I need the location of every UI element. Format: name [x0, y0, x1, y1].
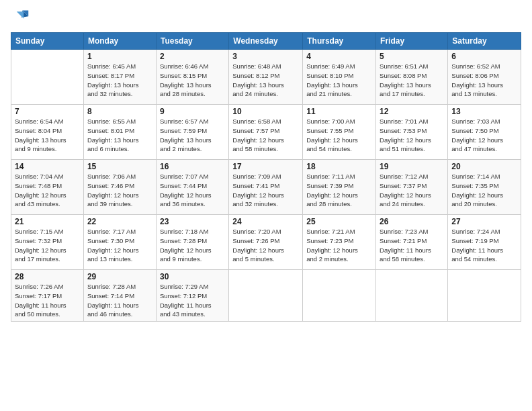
day-info: Sunrise: 7:06 AMSunset: 7:46 PMDaylight:… — [87, 172, 152, 209]
day-info: Sunrise: 7:29 AMSunset: 7:12 PMDaylight:… — [160, 282, 225, 319]
day-number: 15 — [87, 162, 152, 171]
day-number: 12 — [380, 107, 444, 116]
day-info: Sunrise: 7:14 AMSunset: 7:35 PMDaylight:… — [451, 172, 517, 209]
day-info: Sunrise: 7:24 AMSunset: 7:19 PMDaylight:… — [451, 227, 517, 264]
day-info: Sunrise: 6:58 AMSunset: 7:57 PMDaylight:… — [232, 117, 299, 154]
day-info: Sunrise: 7:09 AMSunset: 7:41 PMDaylight:… — [232, 172, 299, 209]
calendar-cell: 10Sunrise: 6:58 AMSunset: 7:57 PMDayligh… — [229, 105, 303, 160]
day-info: Sunrise: 6:51 AMSunset: 8:08 PMDaylight:… — [380, 62, 444, 99]
header — [11, 8, 521, 27]
calendar-cell: 22Sunrise: 7:17 AMSunset: 7:30 PMDayligh… — [83, 215, 156, 270]
day-number: 3 — [232, 52, 299, 61]
day-number: 10 — [232, 107, 299, 116]
day-number: 2 — [160, 52, 225, 61]
day-number: 19 — [380, 162, 444, 171]
day-info: Sunrise: 7:11 AMSunset: 7:39 PMDaylight:… — [306, 172, 372, 209]
day-number: 26 — [380, 217, 444, 226]
day-info: Sunrise: 7:01 AMSunset: 7:53 PMDaylight:… — [380, 117, 444, 154]
day-info: Sunrise: 6:48 AMSunset: 8:12 PMDaylight:… — [232, 62, 299, 99]
calendar-cell: 17Sunrise: 7:09 AMSunset: 7:41 PMDayligh… — [229, 160, 303, 215]
day-number: 14 — [15, 162, 80, 171]
day-number: 20 — [451, 162, 517, 171]
day-number: 28 — [15, 272, 80, 281]
calendar-cell: 27Sunrise: 7:24 AMSunset: 7:19 PMDayligh… — [448, 215, 521, 270]
calendar-cell — [11, 50, 84, 105]
day-info: Sunrise: 7:21 AMSunset: 7:23 PMDaylight:… — [306, 227, 372, 264]
day-info: Sunrise: 6:52 AMSunset: 8:06 PMDaylight:… — [451, 62, 517, 99]
calendar-cell: 30Sunrise: 7:29 AMSunset: 7:12 PMDayligh… — [156, 270, 228, 322]
day-number: 18 — [306, 162, 372, 171]
calendar-cell: 18Sunrise: 7:11 AMSunset: 7:39 PMDayligh… — [303, 160, 376, 215]
calendar-cell: 5Sunrise: 6:51 AMSunset: 8:08 PMDaylight… — [376, 50, 448, 105]
day-info: Sunrise: 7:28 AMSunset: 7:14 PMDaylight:… — [87, 282, 152, 319]
calendar-table: SundayMondayTuesdayWednesdayThursdayFrid… — [11, 32, 521, 322]
logo-icon — [11, 8, 30, 27]
svg-marker-3 — [17, 11, 24, 19]
day-number: 13 — [451, 107, 517, 116]
day-info: Sunrise: 6:46 AMSunset: 8:15 PMDaylight:… — [160, 62, 225, 99]
weekday-monday: Monday — [83, 33, 156, 50]
calendar-cell: 25Sunrise: 7:21 AMSunset: 7:23 PMDayligh… — [303, 215, 376, 270]
calendar-cell: 24Sunrise: 7:20 AMSunset: 7:26 PMDayligh… — [229, 215, 303, 270]
calendar-cell: 3Sunrise: 6:48 AMSunset: 8:12 PMDaylight… — [229, 50, 303, 105]
day-info: Sunrise: 6:45 AMSunset: 8:17 PMDaylight:… — [87, 62, 152, 99]
day-number: 22 — [87, 217, 152, 226]
day-info: Sunrise: 7:03 AMSunset: 7:50 PMDaylight:… — [451, 117, 517, 154]
calendar-cell: 2Sunrise: 6:46 AMSunset: 8:15 PMDaylight… — [156, 50, 228, 105]
calendar-cell: 28Sunrise: 7:26 AMSunset: 7:17 PMDayligh… — [11, 270, 84, 322]
weekday-sunday: Sunday — [11, 33, 84, 50]
day-number: 30 — [160, 272, 225, 281]
day-info: Sunrise: 6:49 AMSunset: 8:10 PMDaylight:… — [306, 62, 372, 99]
calendar-cell — [376, 270, 448, 322]
weekday-header-row: SundayMondayTuesdayWednesdayThursdayFrid… — [11, 33, 521, 50]
calendar-cell: 15Sunrise: 7:06 AMSunset: 7:46 PMDayligh… — [83, 160, 156, 215]
weekday-thursday: Thursday — [303, 33, 376, 50]
weekday-tuesday: Tuesday — [156, 33, 228, 50]
day-info: Sunrise: 7:17 AMSunset: 7:30 PMDaylight:… — [87, 227, 152, 264]
day-number: 17 — [232, 162, 299, 171]
calendar-cell: 13Sunrise: 7:03 AMSunset: 7:50 PMDayligh… — [448, 105, 521, 160]
day-info: Sunrise: 6:57 AMSunset: 7:59 PMDaylight:… — [160, 117, 225, 154]
logo — [11, 8, 32, 27]
calendar-cell — [303, 270, 376, 322]
day-info: Sunrise: 7:20 AMSunset: 7:26 PMDaylight:… — [232, 227, 299, 264]
day-info: Sunrise: 7:23 AMSunset: 7:21 PMDaylight:… — [380, 227, 444, 264]
day-number: 29 — [87, 272, 152, 281]
day-info: Sunrise: 6:55 AMSunset: 8:01 PMDaylight:… — [87, 117, 152, 154]
day-number: 9 — [160, 107, 225, 116]
day-info: Sunrise: 7:26 AMSunset: 7:17 PMDaylight:… — [15, 282, 80, 319]
calendar-cell: 26Sunrise: 7:23 AMSunset: 7:21 PMDayligh… — [376, 215, 448, 270]
weekday-saturday: Saturday — [448, 33, 521, 50]
day-number: 8 — [87, 107, 152, 116]
day-number: 24 — [232, 217, 299, 226]
calendar-cell: 19Sunrise: 7:12 AMSunset: 7:37 PMDayligh… — [376, 160, 448, 215]
calendar-cell: 14Sunrise: 7:04 AMSunset: 7:48 PMDayligh… — [11, 160, 84, 215]
day-info: Sunrise: 7:00 AMSunset: 7:55 PMDaylight:… — [306, 117, 372, 154]
day-info: Sunrise: 6:54 AMSunset: 8:04 PMDaylight:… — [15, 117, 80, 154]
day-info: Sunrise: 7:12 AMSunset: 7:37 PMDaylight:… — [380, 172, 444, 209]
calendar-cell: 4Sunrise: 6:49 AMSunset: 8:10 PMDaylight… — [303, 50, 376, 105]
day-number: 11 — [306, 107, 372, 116]
calendar-cell: 7Sunrise: 6:54 AMSunset: 8:04 PMDaylight… — [11, 105, 84, 160]
calendar-cell: 23Sunrise: 7:18 AMSunset: 7:28 PMDayligh… — [156, 215, 228, 270]
calendar-cell: 8Sunrise: 6:55 AMSunset: 8:01 PMDaylight… — [83, 105, 156, 160]
calendar-cell: 21Sunrise: 7:15 AMSunset: 7:32 PMDayligh… — [11, 215, 84, 270]
day-number: 21 — [15, 217, 80, 226]
page: SundayMondayTuesdayWednesdayThursdayFrid… — [0, 0, 532, 411]
day-info: Sunrise: 7:04 AMSunset: 7:48 PMDaylight:… — [15, 172, 80, 209]
day-info: Sunrise: 7:15 AMSunset: 7:32 PMDaylight:… — [15, 227, 80, 264]
day-number: 7 — [15, 107, 80, 116]
day-number: 5 — [380, 52, 444, 61]
calendar-cell: 29Sunrise: 7:28 AMSunset: 7:14 PMDayligh… — [83, 270, 156, 322]
calendar-cell — [229, 270, 303, 322]
calendar-cell: 6Sunrise: 6:52 AMSunset: 8:06 PMDaylight… — [448, 50, 521, 105]
day-number: 1 — [87, 52, 152, 61]
day-number: 27 — [451, 217, 517, 226]
day-number: 4 — [306, 52, 372, 61]
calendar-cell — [448, 270, 521, 322]
calendar-cell: 1Sunrise: 6:45 AMSunset: 8:17 PMDaylight… — [83, 50, 156, 105]
calendar-cell: 20Sunrise: 7:14 AMSunset: 7:35 PMDayligh… — [448, 160, 521, 215]
calendar-cell: 12Sunrise: 7:01 AMSunset: 7:53 PMDayligh… — [376, 105, 448, 160]
calendar-cell: 16Sunrise: 7:07 AMSunset: 7:44 PMDayligh… — [156, 160, 228, 215]
calendar-cell: 11Sunrise: 7:00 AMSunset: 7:55 PMDayligh… — [303, 105, 376, 160]
